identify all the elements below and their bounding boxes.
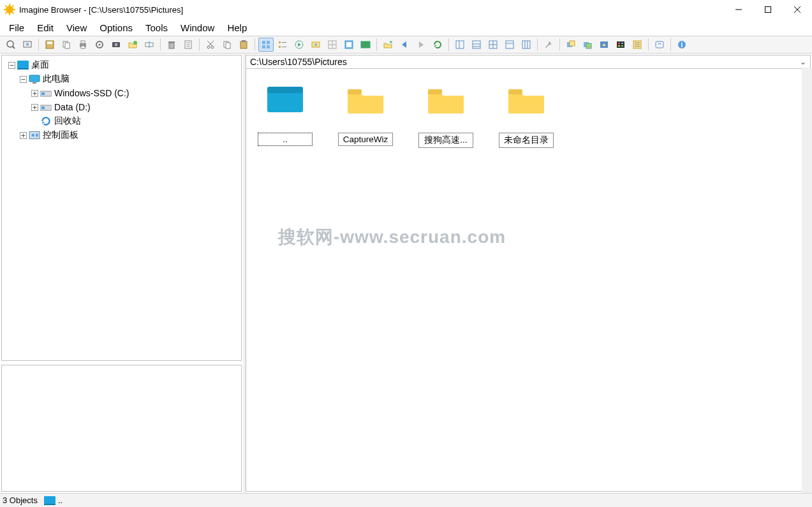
batch-1-icon[interactable] [563, 38, 579, 52]
refresh-icon[interactable] [430, 38, 445, 52]
svg-rect-126 [508, 89, 522, 94]
nav-forward-icon[interactable] [413, 38, 429, 52]
help-icon[interactable]: i [674, 38, 690, 52]
layout-4-icon[interactable] [502, 38, 517, 52]
adjust-icon[interactable] [630, 38, 645, 52]
svg-marker-54 [298, 43, 301, 47]
minimize-button[interactable] [724, 0, 753, 19]
view-list-icon[interactable] [275, 38, 290, 52]
tree-node-recycle[interactable]: 回收站 [3, 114, 240, 128]
svg-rect-86 [618, 43, 620, 44]
menu-file[interactable]: File [3, 21, 31, 34]
svg-rect-74 [506, 41, 513, 48]
svg-rect-82 [586, 43, 591, 48]
rename-icon[interactable] [142, 38, 157, 52]
scan-icon[interactable] [20, 38, 35, 52]
expand-icon[interactable] [29, 90, 40, 97]
layout-5-icon[interactable] [519, 38, 534, 52]
drive-icon [40, 101, 52, 113]
new-folder-icon[interactable] [125, 38, 140, 52]
preferences-icon[interactable] [92, 38, 107, 52]
tool-wrench-icon[interactable] [541, 38, 556, 52]
maximize-button[interactable] [753, 0, 783, 19]
menu-edit[interactable]: Edit [31, 21, 60, 34]
item-capturewiz[interactable]: CaptureWiz [337, 85, 394, 148]
svg-line-5 [6, 6, 7, 7]
svg-rect-32 [168, 41, 175, 43]
menu-bar: File Edit View Options Tools Window Help [0, 19, 812, 36]
cut-icon[interactable] [203, 38, 218, 52]
layout-1-icon[interactable] [452, 38, 468, 52]
vertical-scrollbar[interactable] [802, 68, 812, 493]
tree-node-thispc[interactable]: 此电脑 [3, 72, 240, 86]
batch-2-icon[interactable] [580, 38, 595, 52]
delete-icon[interactable] [164, 38, 179, 52]
menu-help[interactable]: Help [221, 21, 253, 34]
open-icon[interactable] [3, 38, 18, 52]
svg-rect-10 [765, 7, 771, 13]
effects-icon[interactable] [613, 38, 628, 52]
expand-icon[interactable] [17, 132, 29, 139]
view-slideshow-icon[interactable] [292, 38, 307, 52]
capture-icon[interactable] [108, 38, 124, 52]
nav-up-icon[interactable] [380, 38, 395, 52]
folder-icon [507, 85, 545, 114]
print-icon[interactable] [75, 38, 91, 52]
svg-rect-80 [570, 41, 575, 46]
tree-node-drive-c[interactable]: Windows-SSD (C:) [3, 86, 240, 100]
convert-icon[interactable] [596, 38, 612, 52]
svg-line-39 [207, 41, 212, 46]
file-view[interactable]: .. CaptureWiz 搜狗高速... [246, 69, 811, 492]
view-tiles-icon[interactable] [325, 38, 340, 52]
app-icon [4, 4, 15, 15]
address-bar[interactable]: C:\Users\10755\Pictures ⌄ [246, 55, 811, 69]
view-thumbnails-icon[interactable] [258, 38, 274, 52]
menu-view[interactable]: View [60, 21, 93, 34]
expand-icon[interactable] [29, 104, 40, 111]
paste-icon[interactable] [236, 38, 251, 52]
svg-rect-66 [456, 41, 464, 48]
svg-rect-50 [279, 46, 281, 48]
item-sogou[interactable]: 搜狗高速... [417, 85, 475, 148]
tree-node-control-panel[interactable]: 控制面板 [3, 128, 240, 142]
menu-tools[interactable]: Tools [139, 21, 174, 34]
close-button[interactable] [783, 0, 812, 19]
layout-2-icon[interactable] [469, 38, 484, 52]
save-as-icon[interactable] [42, 38, 57, 52]
svg-rect-85 [617, 41, 624, 48]
tree-node-drive-d[interactable]: Data (D:) [3, 100, 240, 114]
view-fullscreen-icon[interactable] [358, 38, 373, 52]
nav-back-icon[interactable] [397, 38, 412, 52]
properties-icon[interactable] [181, 38, 196, 52]
svg-rect-31 [169, 43, 174, 48]
status-bar: 3 Objects .. [0, 493, 812, 507]
menu-options[interactable]: Options [93, 21, 139, 34]
item-up[interactable]: .. [256, 85, 314, 148]
svg-line-7 [6, 13, 7, 14]
folder-tree[interactable]: 桌面 此电脑 Windows-SSD (C:) Data (D:) 回收 [1, 55, 242, 361]
collapse-icon[interactable] [17, 76, 29, 83]
view-preview-icon[interactable] [341, 38, 357, 52]
copy-files-icon[interactable] [59, 38, 74, 52]
view-filmstrip-icon[interactable] [308, 38, 323, 52]
pc-icon [29, 73, 40, 85]
copy-icon[interactable] [219, 38, 235, 52]
svg-point-25 [99, 44, 101, 46]
link-icon[interactable] [652, 38, 667, 52]
item-label: 搜狗高速... [418, 133, 473, 148]
svg-rect-62 [361, 41, 370, 48]
svg-marker-63 [402, 41, 406, 48]
left-pane: 桌面 此电脑 Windows-SSD (C:) Data (D:) 回收 [0, 54, 246, 493]
svg-rect-104 [33, 82, 36, 84]
layout-3-icon[interactable] [485, 38, 501, 52]
tree-node-desktop[interactable]: 桌面 [3, 58, 240, 72]
item-unnamed[interactable]: 未命名目录 [498, 85, 555, 148]
menu-window[interactable]: Window [174, 21, 221, 34]
svg-rect-128 [44, 504, 55, 505]
svg-point-27 [115, 43, 118, 47]
svg-line-40 [209, 41, 214, 46]
svg-rect-43 [240, 41, 247, 48]
collapse-icon[interactable] [6, 62, 17, 69]
chevron-down-icon[interactable]: ⌄ [800, 57, 806, 66]
tree-label: 控制面板 [43, 129, 78, 141]
